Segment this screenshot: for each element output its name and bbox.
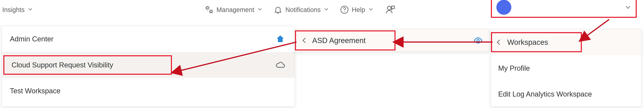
visibility-icon[interactable] — [474, 36, 483, 45]
profile-menu-back[interactable]: Workspaces — [491, 29, 642, 55]
home-icon — [276, 34, 285, 44]
nav-middle-group: Management Notifications Help — [202, 0, 395, 19]
svg-point-5 — [477, 39, 479, 42]
workspace-item-cloud-support[interactable]: Cloud Support Request Visibility — [2, 52, 295, 78]
profile-menu-item-edit-law[interactable]: Edit Log Analytics Workspace — [491, 81, 642, 107]
top-nav-bar: Insights Management Notifications — [0, 0, 644, 19]
workspace-item-label: Test Workspace — [10, 87, 60, 95]
workspace-item-test[interactable]: Test Workspace — [2, 78, 295, 104]
chevron-down-icon — [625, 4, 631, 10]
nav-notifications-label: Notifications — [285, 6, 320, 13]
gear-icon — [205, 5, 214, 14]
svg-point-1 — [210, 10, 212, 13]
nav-management-label: Management — [216, 6, 254, 13]
avatar — [496, 0, 511, 15]
workspace-item-label: Cloud Support Request Visibility — [12, 61, 113, 69]
feedback-icon[interactable] — [386, 5, 395, 14]
help-icon — [340, 5, 349, 14]
cloud-icon — [276, 60, 285, 70]
svg-point-4 — [387, 6, 391, 10]
nav-notifications[interactable]: Notifications — [271, 4, 331, 15]
nav-insights-label: Insights — [2, 6, 25, 13]
nav-left-group: Insights — [0, 5, 35, 15]
chevron-left-icon — [495, 39, 502, 46]
profile-menu-item-my-profile[interactable]: My Profile — [491, 55, 642, 81]
workspace-item-label: Admin Center — [10, 35, 54, 43]
highlight-box: Workspaces — [491, 32, 582, 52]
chevron-left-icon[interactable] — [301, 37, 308, 44]
chevron-down-icon — [368, 6, 374, 13]
chevron-down-icon — [324, 6, 329, 13]
nav-management[interactable]: Management — [202, 4, 265, 15]
breadcrumb-back-label[interactable]: ASD Agreement — [312, 36, 366, 45]
nav-help[interactable]: Help — [338, 4, 376, 15]
nav-insights[interactable]: Insights — [0, 5, 35, 15]
chevron-down-icon — [257, 6, 262, 13]
bell-icon — [274, 5, 282, 14]
profile-menu-back-label: Workspaces — [507, 38, 548, 47]
profile-menu-item-label: My Profile — [498, 64, 530, 72]
profile-menu-panel: Workspaces My Profile Edit Log Analytics… — [491, 29, 642, 107]
workspace-list-panel: Admin Center Cloud Support Request Visib… — [2, 26, 295, 107]
profile-dropdown[interactable] — [491, 0, 637, 18]
highlight-box: Cloud Support Request Visibility — [4, 55, 172, 75]
chevron-down-icon — [28, 6, 33, 13]
svg-point-0 — [206, 7, 208, 9]
profile-menu-item-label: Edit Log Analytics Workspace — [498, 90, 592, 98]
svg-point-3 — [344, 11, 345, 12]
workspace-item-admin-center[interactable]: Admin Center — [2, 26, 295, 52]
breadcrumb-panel: ASD Agreement — [295, 29, 489, 52]
nav-help-label: Help — [352, 6, 365, 13]
blank-icon — [276, 86, 285, 96]
highlight-box: ASD Agreement — [295, 30, 396, 50]
